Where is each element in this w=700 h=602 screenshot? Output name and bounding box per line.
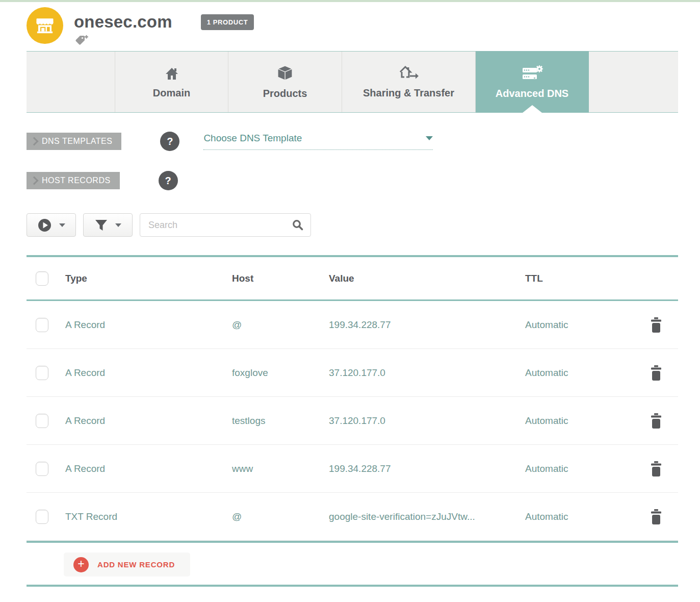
tab-domain-label: Domain — [153, 87, 190, 99]
house-icon — [164, 65, 180, 81]
row-checkbox[interactable] — [36, 366, 48, 380]
table-row: A Record www 199.34.228.77 Automatic — [27, 445, 678, 493]
select-all-checkbox[interactable] — [36, 271, 48, 286]
search-input[interactable] — [140, 213, 311, 237]
funnel-icon — [95, 219, 108, 231]
host-records-help-icon[interactable]: ? — [159, 171, 178, 190]
table-row: A Record testlogs 37.120.177.0 Automatic — [27, 397, 678, 445]
trash-icon — [650, 509, 662, 524]
record-ttl[interactable]: Automatic — [525, 319, 650, 331]
record-host[interactable]: testlogs — [232, 415, 329, 427]
delete-record-button[interactable] — [650, 509, 662, 524]
records-toolbar — [27, 213, 678, 237]
table-row: A Record foxglove 37.120.177.0 Automatic — [27, 349, 678, 397]
add-new-record-label: ADD NEW RECORD — [97, 560, 175, 569]
tab-products[interactable]: Products — [228, 52, 342, 112]
host-records-table: Type Host Value TTL A Record @ 199.34.22… — [27, 255, 678, 543]
add-tag-icon[interactable] — [75, 34, 254, 47]
chevron-down-icon — [59, 223, 65, 227]
storefront-icon — [34, 15, 56, 36]
table-row: TXT Record @ google-site-verification=zJ… — [27, 493, 678, 541]
record-ttl[interactable]: Automatic — [525, 511, 650, 522]
record-host[interactable]: @ — [232, 511, 329, 522]
trash-icon — [650, 317, 662, 333]
trash-icon — [650, 413, 662, 429]
record-ttl[interactable]: Automatic — [525, 367, 650, 379]
trash-icon — [650, 365, 662, 381]
tab-domain[interactable]: Domain — [115, 52, 228, 112]
table-header-row: Type Host Value TTL — [27, 257, 678, 301]
search-icon[interactable] — [292, 219, 304, 231]
trash-icon — [650, 461, 662, 476]
dns-templates-ribbon: DNS TEMPLATES — [27, 133, 121, 150]
table-row: A Record @ 199.34.228.77 Automatic — [27, 301, 678, 349]
record-type[interactable]: A Record — [65, 319, 232, 331]
filter-button[interactable] — [83, 213, 133, 237]
dns-templates-section: DNS TEMPLATES ? Choose DNS Template — [27, 132, 678, 151]
chevron-down-icon — [115, 223, 121, 227]
house-arrow-icon — [399, 65, 419, 81]
tab-advanced-dns[interactable]: Advanced DNS — [476, 51, 589, 113]
delete-record-button[interactable] — [650, 461, 662, 476]
add-record-section: + ADD NEW RECORD — [27, 543, 678, 585]
record-value[interactable]: 199.34.228.77 — [329, 319, 525, 331]
record-type[interactable]: A Record — [65, 367, 232, 379]
tab-bar: Domain Products Sharing & Transfer — [27, 51, 678, 113]
plus-icon: + — [73, 557, 89, 572]
play-circle-icon — [38, 218, 51, 232]
delete-record-button[interactable] — [650, 317, 662, 333]
record-ttl[interactable]: Automatic — [525, 415, 650, 427]
tab-sharing-transfer-label: Sharing & Transfer — [363, 87, 454, 99]
record-host[interactable]: foxglove — [232, 367, 329, 379]
domain-header: onesec.com 1 PRODUCT — [27, 2, 678, 51]
dns-templates-help-icon[interactable]: ? — [160, 132, 179, 151]
chevron-down-icon — [426, 136, 433, 140]
box-icon — [276, 65, 294, 81]
host-records-ribbon: HOST RECORDS — [27, 172, 120, 189]
record-value[interactable]: google-site-verification=zJuJVtw... — [329, 511, 525, 522]
record-value[interactable]: 37.120.177.0 — [329, 367, 525, 379]
product-count-badge: 1 PRODUCT — [201, 14, 254, 30]
storefront-logo — [27, 7, 63, 44]
record-host[interactable]: www — [232, 463, 329, 474]
tab-filler-left — [27, 52, 115, 112]
tab-sharing-transfer[interactable]: Sharing & Transfer — [342, 52, 476, 112]
dns-template-dropdown-label: Choose DNS Template — [203, 133, 302, 144]
dns-template-dropdown[interactable]: Choose DNS Template — [203, 133, 433, 150]
tab-filler-right — [589, 52, 678, 112]
server-gear-icon — [522, 65, 543, 81]
delete-record-button[interactable] — [650, 413, 662, 429]
tab-products-label: Products — [263, 88, 307, 99]
column-header-type: Type — [65, 273, 232, 284]
bulk-actions-button[interactable] — [27, 213, 76, 237]
record-type[interactable]: TXT Record — [65, 511, 232, 522]
column-header-ttl: TTL — [525, 273, 650, 284]
record-type[interactable]: A Record — [65, 463, 232, 474]
page-bottom-border — [27, 585, 678, 587]
record-type[interactable]: A Record — [65, 415, 232, 427]
record-value[interactable]: 37.120.177.0 — [329, 415, 525, 427]
row-checkbox[interactable] — [36, 414, 48, 428]
record-ttl[interactable]: Automatic — [525, 463, 650, 474]
row-checkbox[interactable] — [36, 318, 48, 332]
add-new-record-button[interactable]: + ADD NEW RECORD — [64, 553, 190, 576]
record-value[interactable]: 199.34.228.77 — [329, 463, 525, 474]
host-records-section: HOST RECORDS ? — [27, 171, 678, 190]
record-host[interactable]: @ — [232, 319, 329, 331]
column-header-value: Value — [329, 273, 525, 284]
delete-record-button[interactable] — [650, 365, 662, 381]
column-header-host: Host — [232, 273, 329, 284]
row-checkbox[interactable] — [36, 510, 48, 524]
tab-advanced-dns-label: Advanced DNS — [496, 88, 568, 99]
row-checkbox[interactable] — [36, 462, 48, 476]
page-title: onesec.com — [74, 12, 172, 32]
